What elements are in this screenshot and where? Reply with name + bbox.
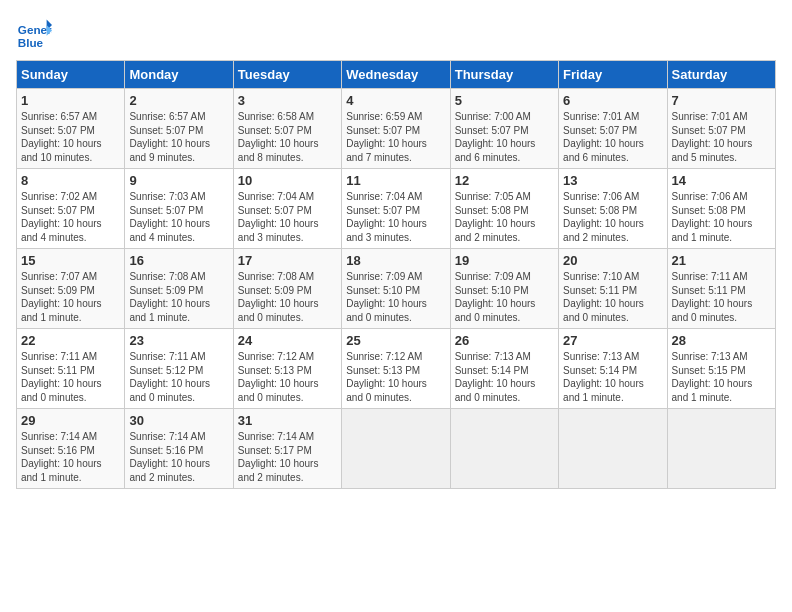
- day-info: Sunrise: 7:11 AMSunset: 5:11 PMDaylight:…: [21, 351, 102, 403]
- header-cell-saturday: Saturday: [667, 61, 775, 89]
- day-info: Sunrise: 6:57 AMSunset: 5:07 PMDaylight:…: [21, 111, 102, 163]
- day-number: 16: [129, 253, 228, 268]
- day-number: 14: [672, 173, 771, 188]
- day-number: 30: [129, 413, 228, 428]
- svg-text:Blue: Blue: [18, 36, 44, 49]
- empty-cell: [559, 409, 667, 489]
- day-number: 12: [455, 173, 554, 188]
- day-number: 2: [129, 93, 228, 108]
- day-cell-17: 17Sunrise: 7:08 AMSunset: 5:09 PMDayligh…: [233, 249, 341, 329]
- day-info: Sunrise: 7:08 AMSunset: 5:09 PMDaylight:…: [238, 271, 319, 323]
- day-cell-14: 14Sunrise: 7:06 AMSunset: 5:08 PMDayligh…: [667, 169, 775, 249]
- day-number: 23: [129, 333, 228, 348]
- day-cell-25: 25Sunrise: 7:12 AMSunset: 5:13 PMDayligh…: [342, 329, 450, 409]
- day-cell-22: 22Sunrise: 7:11 AMSunset: 5:11 PMDayligh…: [17, 329, 125, 409]
- day-cell-16: 16Sunrise: 7:08 AMSunset: 5:09 PMDayligh…: [125, 249, 233, 329]
- day-number: 6: [563, 93, 662, 108]
- day-cell-15: 15Sunrise: 7:07 AMSunset: 5:09 PMDayligh…: [17, 249, 125, 329]
- day-info: Sunrise: 7:00 AMSunset: 5:07 PMDaylight:…: [455, 111, 536, 163]
- header-cell-sunday: Sunday: [17, 61, 125, 89]
- day-info: Sunrise: 7:04 AMSunset: 5:07 PMDaylight:…: [238, 191, 319, 243]
- day-info: Sunrise: 7:02 AMSunset: 5:07 PMDaylight:…: [21, 191, 102, 243]
- day-cell-5: 5Sunrise: 7:00 AMSunset: 5:07 PMDaylight…: [450, 89, 558, 169]
- day-cell-30: 30Sunrise: 7:14 AMSunset: 5:16 PMDayligh…: [125, 409, 233, 489]
- day-cell-11: 11Sunrise: 7:04 AMSunset: 5:07 PMDayligh…: [342, 169, 450, 249]
- day-info: Sunrise: 7:04 AMSunset: 5:07 PMDaylight:…: [346, 191, 427, 243]
- day-info: Sunrise: 7:10 AMSunset: 5:11 PMDaylight:…: [563, 271, 644, 323]
- day-info: Sunrise: 7:08 AMSunset: 5:09 PMDaylight:…: [129, 271, 210, 323]
- day-info: Sunrise: 7:11 AMSunset: 5:11 PMDaylight:…: [672, 271, 753, 323]
- day-info: Sunrise: 7:14 AMSunset: 5:17 PMDaylight:…: [238, 431, 319, 483]
- day-cell-6: 6Sunrise: 7:01 AMSunset: 5:07 PMDaylight…: [559, 89, 667, 169]
- day-cell-3: 3Sunrise: 6:58 AMSunset: 5:07 PMDaylight…: [233, 89, 341, 169]
- day-cell-2: 2Sunrise: 6:57 AMSunset: 5:07 PMDaylight…: [125, 89, 233, 169]
- day-cell-24: 24Sunrise: 7:12 AMSunset: 5:13 PMDayligh…: [233, 329, 341, 409]
- day-number: 10: [238, 173, 337, 188]
- day-number: 13: [563, 173, 662, 188]
- day-number: 22: [21, 333, 120, 348]
- day-number: 8: [21, 173, 120, 188]
- day-number: 11: [346, 173, 445, 188]
- day-number: 3: [238, 93, 337, 108]
- day-cell-13: 13Sunrise: 7:06 AMSunset: 5:08 PMDayligh…: [559, 169, 667, 249]
- day-info: Sunrise: 7:06 AMSunset: 5:08 PMDaylight:…: [672, 191, 753, 243]
- day-info: Sunrise: 7:13 AMSunset: 5:14 PMDaylight:…: [455, 351, 536, 403]
- day-info: Sunrise: 7:07 AMSunset: 5:09 PMDaylight:…: [21, 271, 102, 323]
- day-cell-23: 23Sunrise: 7:11 AMSunset: 5:12 PMDayligh…: [125, 329, 233, 409]
- header-row: SundayMondayTuesdayWednesdayThursdayFrid…: [17, 61, 776, 89]
- day-number: 9: [129, 173, 228, 188]
- day-info: Sunrise: 7:05 AMSunset: 5:08 PMDaylight:…: [455, 191, 536, 243]
- day-cell-31: 31Sunrise: 7:14 AMSunset: 5:17 PMDayligh…: [233, 409, 341, 489]
- day-info: Sunrise: 7:14 AMSunset: 5:16 PMDaylight:…: [21, 431, 102, 483]
- day-number: 18: [346, 253, 445, 268]
- day-number: 19: [455, 253, 554, 268]
- header-cell-tuesday: Tuesday: [233, 61, 341, 89]
- day-number: 15: [21, 253, 120, 268]
- day-info: Sunrise: 7:09 AMSunset: 5:10 PMDaylight:…: [346, 271, 427, 323]
- day-info: Sunrise: 7:09 AMSunset: 5:10 PMDaylight:…: [455, 271, 536, 323]
- empty-cell: [450, 409, 558, 489]
- day-info: Sunrise: 7:12 AMSunset: 5:13 PMDaylight:…: [346, 351, 427, 403]
- day-number: 28: [672, 333, 771, 348]
- day-number: 25: [346, 333, 445, 348]
- day-number: 20: [563, 253, 662, 268]
- week-row-0: 1Sunrise: 6:57 AMSunset: 5:07 PMDaylight…: [17, 89, 776, 169]
- day-number: 26: [455, 333, 554, 348]
- day-number: 31: [238, 413, 337, 428]
- day-cell-28: 28Sunrise: 7:13 AMSunset: 5:15 PMDayligh…: [667, 329, 775, 409]
- day-cell-12: 12Sunrise: 7:05 AMSunset: 5:08 PMDayligh…: [450, 169, 558, 249]
- header-cell-friday: Friday: [559, 61, 667, 89]
- day-info: Sunrise: 7:13 AMSunset: 5:15 PMDaylight:…: [672, 351, 753, 403]
- empty-cell: [342, 409, 450, 489]
- day-cell-27: 27Sunrise: 7:13 AMSunset: 5:14 PMDayligh…: [559, 329, 667, 409]
- week-row-3: 22Sunrise: 7:11 AMSunset: 5:11 PMDayligh…: [17, 329, 776, 409]
- day-info: Sunrise: 7:06 AMSunset: 5:08 PMDaylight:…: [563, 191, 644, 243]
- day-info: Sunrise: 6:59 AMSunset: 5:07 PMDaylight:…: [346, 111, 427, 163]
- header-cell-thursday: Thursday: [450, 61, 558, 89]
- day-info: Sunrise: 6:58 AMSunset: 5:07 PMDaylight:…: [238, 111, 319, 163]
- day-info: Sunrise: 7:12 AMSunset: 5:13 PMDaylight:…: [238, 351, 319, 403]
- day-info: Sunrise: 7:13 AMSunset: 5:14 PMDaylight:…: [563, 351, 644, 403]
- day-cell-1: 1Sunrise: 6:57 AMSunset: 5:07 PMDaylight…: [17, 89, 125, 169]
- day-number: 5: [455, 93, 554, 108]
- day-info: Sunrise: 7:11 AMSunset: 5:12 PMDaylight:…: [129, 351, 210, 403]
- day-cell-7: 7Sunrise: 7:01 AMSunset: 5:07 PMDaylight…: [667, 89, 775, 169]
- day-cell-10: 10Sunrise: 7:04 AMSunset: 5:07 PMDayligh…: [233, 169, 341, 249]
- day-number: 21: [672, 253, 771, 268]
- day-cell-20: 20Sunrise: 7:10 AMSunset: 5:11 PMDayligh…: [559, 249, 667, 329]
- day-number: 17: [238, 253, 337, 268]
- logo-icon: General Blue: [16, 16, 52, 52]
- day-info: Sunrise: 7:01 AMSunset: 5:07 PMDaylight:…: [672, 111, 753, 163]
- week-row-1: 8Sunrise: 7:02 AMSunset: 5:07 PMDaylight…: [17, 169, 776, 249]
- day-info: Sunrise: 6:57 AMSunset: 5:07 PMDaylight:…: [129, 111, 210, 163]
- day-number: 29: [21, 413, 120, 428]
- day-info: Sunrise: 7:01 AMSunset: 5:07 PMDaylight:…: [563, 111, 644, 163]
- day-number: 7: [672, 93, 771, 108]
- day-info: Sunrise: 7:14 AMSunset: 5:16 PMDaylight:…: [129, 431, 210, 483]
- day-number: 4: [346, 93, 445, 108]
- day-number: 27: [563, 333, 662, 348]
- day-cell-29: 29Sunrise: 7:14 AMSunset: 5:16 PMDayligh…: [17, 409, 125, 489]
- day-cell-21: 21Sunrise: 7:11 AMSunset: 5:11 PMDayligh…: [667, 249, 775, 329]
- header-cell-wednesday: Wednesday: [342, 61, 450, 89]
- day-number: 24: [238, 333, 337, 348]
